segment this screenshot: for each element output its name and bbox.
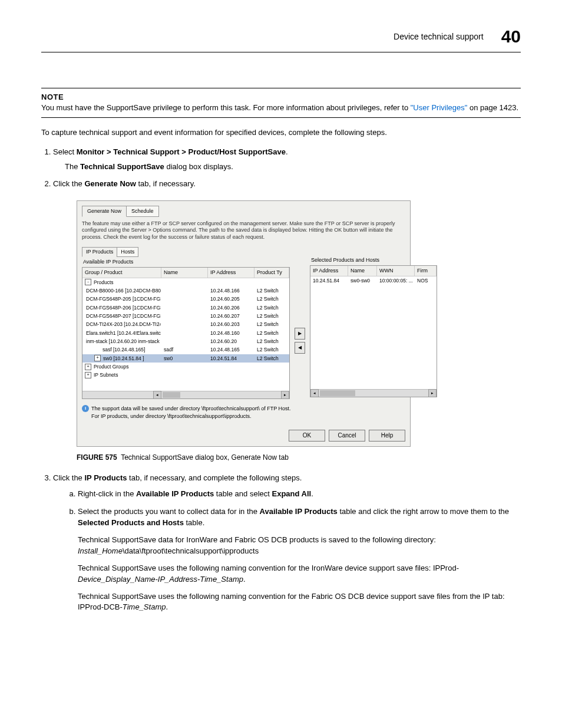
table-row[interactable]: Elara.switch1 [10.24.4!Elara.switch110.2… [82, 329, 289, 337]
grid-header: IP Address Name WWN Firm [310, 266, 437, 276]
steps-list: Select Monitor > Technical Support > Pro… [41, 147, 521, 613]
supportsave-dialog: Generate Now Schedule The feature may us… [77, 200, 411, 447]
table-row[interactable]: DCM-B8000-166 [10.24DCM-B8000-16610.24.4… [82, 286, 289, 295]
rule [41, 117, 521, 118]
intro-paragraph: To capture technical support and event i… [41, 127, 521, 139]
scroll-left-icon[interactable]: ◂ [310, 389, 319, 397]
table-row[interactable]: DCM-FGS648P-206 [1CDCM-FGS648P-20610.24.… [82, 304, 289, 312]
step-3b: Select the products you want to collect … [78, 506, 521, 613]
horizontal-scrollbar[interactable]: ◂ ▸ [82, 391, 289, 398]
figure-caption: FIGURE 575 Technical SupportSave dialog … [77, 453, 521, 463]
available-products-grid[interactable]: Group / Product Name IP Address Product … [82, 267, 290, 399]
dialog-buttons: OK Cancel Help [82, 430, 405, 442]
ok-button[interactable]: OK [289, 430, 325, 442]
table-row[interactable]: 10.24.51.84sw0-sw010:00:00:05: ...NOS [310, 276, 437, 285]
scroll-thumb[interactable] [320, 390, 355, 396]
user-privileges-link[interactable]: "User Privileges" [411, 103, 468, 112]
subtab-hosts[interactable]: Hosts [117, 247, 138, 257]
tab-generate-now[interactable]: Generate Now [82, 206, 127, 217]
dialog-main-tabs: Generate Now Schedule [82, 206, 405, 217]
note-label: NOTE [41, 92, 521, 103]
selected-products-grid[interactable]: IP Address Name WWN Firm 10.24.51.84sw0-… [310, 265, 437, 397]
table-row[interactable]: +Product Groups [82, 363, 289, 371]
chapter-number: 40 [501, 24, 521, 50]
rule [41, 88, 521, 88]
figure-575: Generate Now Schedule The feature may us… [77, 200, 521, 463]
step-3: Click the IP Products tab, if necessary,… [53, 473, 521, 613]
grid-header: Group / Product Name IP Address Product … [82, 268, 289, 278]
available-products-label: Available IP Products [83, 258, 290, 266]
tab-schedule[interactable]: Schedule [126, 206, 159, 217]
transfer-arrows: ▶ ◀ [293, 282, 306, 399]
scroll-right-icon[interactable]: ▸ [428, 389, 437, 397]
page-content: NOTE You must have the SupportSave privi… [41, 88, 521, 614]
available-products-panel: IP Products Hosts Available IP Products … [82, 247, 290, 399]
page-header: Device technical support 40 [41, 24, 521, 52]
table-row[interactable]: +IP Subnets [82, 371, 289, 379]
step-1: Select Monitor > Technical Support > Pro… [53, 147, 521, 173]
move-left-button[interactable]: ◀ [295, 342, 305, 354]
subtab-ip-products[interactable]: IP Products [82, 247, 117, 257]
table-row[interactable]: sasf [10.24.48.165]sadf10.24.48.165L2 Sw… [82, 345, 289, 354]
scroll-left-icon[interactable]: ◂ [153, 391, 161, 399]
note-text: You must have the SupportSave privilege … [41, 103, 521, 114]
horizontal-scrollbar[interactable]: ◂ ▸ [310, 389, 437, 397]
table-row[interactable]: DCM-TI24X-203 [10.24.DCM-TI24X-20310.24.… [82, 320, 289, 328]
cancel-button[interactable]: Cancel [329, 430, 365, 442]
dialog-description: The feature may use either a FTP or SCP … [82, 220, 405, 241]
substeps: Right-click in the Available IP Products… [65, 489, 521, 614]
move-right-button[interactable]: ▶ [295, 328, 305, 340]
table-row[interactable]: -Products [82, 278, 289, 286]
table-row[interactable]: DCM-FGS648P-207 [1CDCM-FGS648P-20710.24.… [82, 312, 289, 320]
step-2: Click the Generate Now tab, if necessary… [53, 179, 521, 463]
table-row[interactable]: +sw0 [10.24.51.84 ]sw010.24.51.84L2 Swit… [82, 354, 289, 363]
table-row[interactable]: inm-stack [10.24.60.20 inm-stack10.24.60… [82, 337, 289, 345]
info-icon: i [82, 405, 89, 412]
help-button[interactable]: Help [369, 430, 405, 442]
scroll-thumb[interactable] [163, 392, 180, 398]
step-3a: Right-click in the Available IP Products… [78, 489, 521, 500]
selected-products-panel: Selected Products and Hosts IP Address N… [310, 247, 437, 399]
table-row[interactable]: DCM-FGS648P-205 [1CDCM-FGS648P-20510.24.… [82, 295, 289, 303]
section-title: Device technical support [394, 31, 484, 42]
scroll-right-icon[interactable]: ▸ [281, 391, 289, 399]
info-footer: i The support data will be saved under d… [82, 405, 405, 420]
selected-products-label: Selected Products and Hosts [311, 256, 437, 264]
